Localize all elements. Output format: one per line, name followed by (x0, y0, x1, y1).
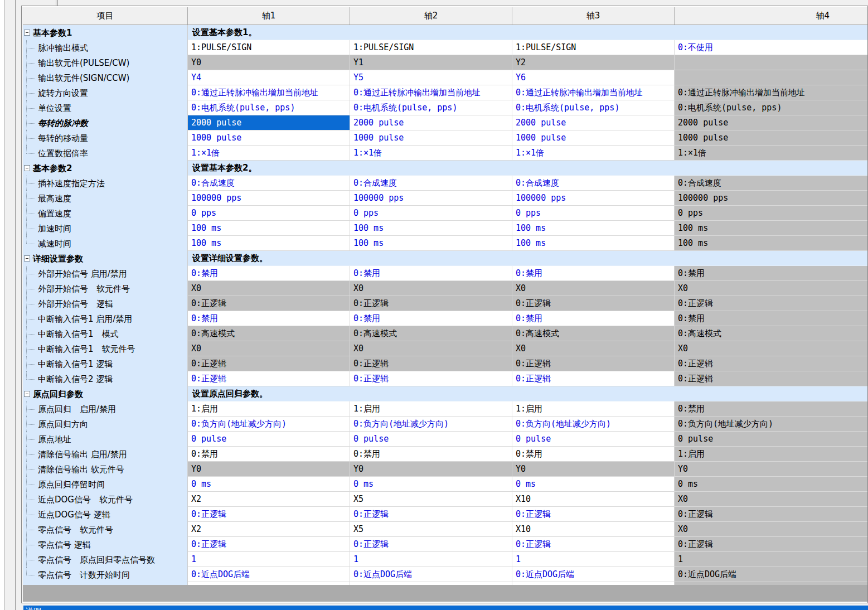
value-cell-axis1[interactable]: 0:电机系统(pulse, pps) (188, 100, 350, 115)
item-label-cell[interactable]: 输出软元件(SIGN/CCW) (23, 70, 188, 85)
value-cell-axis2[interactable]: 100000 pps (350, 191, 512, 206)
item-label-cell[interactable]: 零点信号 原点回归零点信号数 (23, 552, 188, 567)
value-cell-axis3[interactable]: 0:正逻辑 (512, 507, 675, 522)
value-cell-axis2[interactable]: 0:正逻辑 (350, 537, 512, 552)
item-label-cell[interactable]: 外部开始信号 软元件号 (23, 281, 188, 296)
item-label-cell[interactable]: 外部开始信号 逻辑 (23, 296, 188, 311)
item-label-cell[interactable]: 原点回归 启用/禁用 (23, 401, 188, 417)
value-cell-axis1[interactable]: 100 ms (188, 221, 350, 236)
value-cell-axis3[interactable]: 0:合成速度 (512, 176, 675, 191)
value-cell-axis2[interactable]: 1:启用 (350, 401, 512, 417)
item-label-cell[interactable]: 加速时间 (23, 221, 188, 236)
value-cell-axis3[interactable]: 0:禁用 (512, 266, 675, 281)
description-panel-titlebar[interactable]: 说明 (23, 606, 868, 610)
value-cell-axis2[interactable]: 0:近点DOG后端 (350, 567, 512, 582)
value-cell-axis2[interactable]: 0 ms (350, 477, 512, 492)
value-cell-axis3[interactable]: 0 ms (512, 477, 675, 492)
value-cell-axis3[interactable]: 1:启用 (512, 401, 675, 417)
value-cell-axis3[interactable]: 1 (512, 552, 675, 567)
value-cell-axis2[interactable]: 0:负方向(地址减少方向) (350, 417, 512, 432)
item-label-cell[interactable]: 近点DOG信号 软元件号 (23, 492, 188, 507)
value-cell-axis3[interactable]: 0:禁用 (512, 311, 675, 326)
item-label-cell[interactable]: 原点回归方向 (23, 417, 188, 432)
item-label-cell[interactable]: 中断输入信号2 逻辑 (23, 371, 188, 386)
value-cell-axis1[interactable]: 0:负方向(地址减少方向) (188, 417, 350, 432)
value-cell-axis2[interactable]: 0:正逻辑 (350, 371, 512, 386)
value-cell-axis1[interactable]: 0 ms (188, 477, 350, 492)
value-cell-axis3[interactable]: 2000 pulse (512, 115, 675, 130)
item-label-cell[interactable]: 中断输入信号1 逻辑 (23, 356, 188, 371)
value-cell-axis1[interactable]: 0:通过正转脉冲输出增加当前地址 (188, 85, 350, 100)
value-cell-axis4[interactable]: 0:不使用 (675, 40, 867, 55)
section-item-cell[interactable]: 基本参数2 (23, 161, 188, 176)
value-cell-axis1[interactable]: 2000 pulse (188, 115, 350, 130)
value-cell-axis1[interactable]: Y4 (188, 70, 350, 85)
item-label-cell[interactable]: 中断输入信号1 启用/禁用 (23, 311, 188, 326)
item-label-cell[interactable]: 位置数据倍率 (23, 146, 188, 161)
value-cell-axis2[interactable]: 1:×1倍 (350, 146, 512, 161)
value-cell-axis1[interactable]: 100 ms (188, 236, 350, 251)
value-cell-axis1[interactable]: X2 (188, 492, 350, 507)
value-cell-axis1[interactable]: 100000 pps (188, 191, 350, 206)
collapse-toggle-icon[interactable] (24, 30, 30, 36)
item-label-cell[interactable]: 输出软元件(PULSE/CW) (23, 55, 188, 70)
value-cell-axis3[interactable]: 0:近点DOG后端 (512, 567, 675, 582)
value-cell-axis3[interactable]: 0:电机系统(pulse, pps) (512, 100, 675, 115)
section-item-cell[interactable]: 详细设置参数 (23, 251, 188, 266)
item-label-cell[interactable]: 每转的脉冲数 (23, 115, 188, 130)
value-cell-axis1[interactable]: 0:禁用 (188, 311, 350, 326)
value-cell-axis3[interactable]: 100000 pps (512, 191, 675, 206)
item-label-cell[interactable]: 近点DOG信号 逻辑 (23, 507, 188, 522)
value-cell-axis3[interactable]: 0:禁用 (512, 447, 675, 462)
value-cell-axis2[interactable]: 0:禁用 (350, 447, 512, 462)
value-cell-axis1[interactable]: 1 (188, 552, 350, 567)
value-cell-axis2[interactable]: Y5 (350, 70, 512, 85)
item-label-cell[interactable]: 最高速度 (23, 191, 188, 206)
value-cell-axis1[interactable]: X2 (188, 522, 350, 537)
value-cell-axis3[interactable]: 1:PULSE/SIGN (512, 40, 675, 55)
item-label-cell[interactable]: 外部开始信号 启用/禁用 (23, 266, 188, 281)
value-cell-axis1[interactable]: 0:禁用 (188, 266, 350, 281)
value-cell-axis2[interactable]: 0:禁用 (350, 266, 512, 281)
value-cell-axis3[interactable]: X10 (512, 522, 675, 537)
value-cell-axis2[interactable]: 2000 pulse (350, 115, 512, 130)
value-cell-axis3[interactable]: 0:正逻辑 (512, 537, 675, 552)
item-label-cell[interactable]: 原点回归停留时间 (23, 477, 188, 492)
value-cell-axis1[interactable]: 0:禁用 (188, 447, 350, 462)
value-cell-axis2[interactable]: 1 (350, 552, 512, 567)
collapse-toggle-icon[interactable] (24, 255, 30, 262)
section-item-cell[interactable]: 原点回归参数 (23, 386, 188, 401)
value-cell-axis2[interactable]: 0:禁用 (350, 311, 512, 326)
collapse-toggle-icon[interactable] (24, 165, 30, 171)
section-item-cell[interactable]: 基本参数1 (23, 25, 188, 40)
item-label-cell[interactable]: 单位设置 (23, 100, 188, 115)
item-label-cell[interactable]: 原点地址 (23, 432, 188, 447)
value-cell-axis1[interactable]: 0:正逻辑 (188, 371, 350, 386)
value-cell-axis3[interactable]: 0:通过正转脉冲输出增加当前地址 (512, 85, 675, 100)
value-cell-axis2[interactable]: 100 ms (350, 221, 512, 236)
value-cell-axis2[interactable]: 0 pps (350, 206, 512, 221)
value-cell-axis3[interactable]: 0 pulse (512, 432, 675, 447)
item-label-cell[interactable]: 零点信号 逻辑 (23, 537, 188, 552)
value-cell-axis3[interactable]: 0:正逻辑 (512, 371, 675, 386)
item-label-cell[interactable]: 减速时间 (23, 236, 188, 251)
value-cell-axis1[interactable]: 1:PULSE/SIGN (188, 40, 350, 55)
value-cell-axis1[interactable]: 1:启用 (188, 401, 350, 417)
value-cell-axis2[interactable]: 1:PULSE/SIGN (350, 40, 512, 55)
item-label-cell[interactable]: 偏置速度 (23, 206, 188, 221)
value-cell-axis2[interactable]: 0:合成速度 (350, 176, 512, 191)
item-label-cell[interactable]: 中断输入信号1 模式 (23, 326, 188, 341)
item-label-cell[interactable]: 零点信号 软元件号 (23, 522, 188, 537)
item-label-cell[interactable]: 零点信号 计数开始时间 (23, 567, 188, 582)
value-cell-axis3[interactable]: 100 ms (512, 236, 675, 251)
value-cell-axis2[interactable]: X5 (350, 522, 512, 537)
value-cell-axis1[interactable]: 1000 pulse (188, 130, 350, 146)
value-cell-axis3[interactable]: 0 pps (512, 206, 675, 221)
value-cell-axis1[interactable]: 0:合成速度 (188, 176, 350, 191)
value-cell-axis3[interactable]: 100 ms (512, 221, 675, 236)
value-cell-axis1[interactable]: 0:正逻辑 (188, 507, 350, 522)
value-cell-axis3[interactable]: 1:×1倍 (512, 146, 675, 161)
value-cell-axis2[interactable]: 0:通过正转脉冲输出增加当前地址 (350, 85, 512, 100)
value-cell-axis1[interactable]: 0 pps (188, 206, 350, 221)
value-cell-axis1[interactable]: 1:×1倍 (188, 146, 350, 161)
